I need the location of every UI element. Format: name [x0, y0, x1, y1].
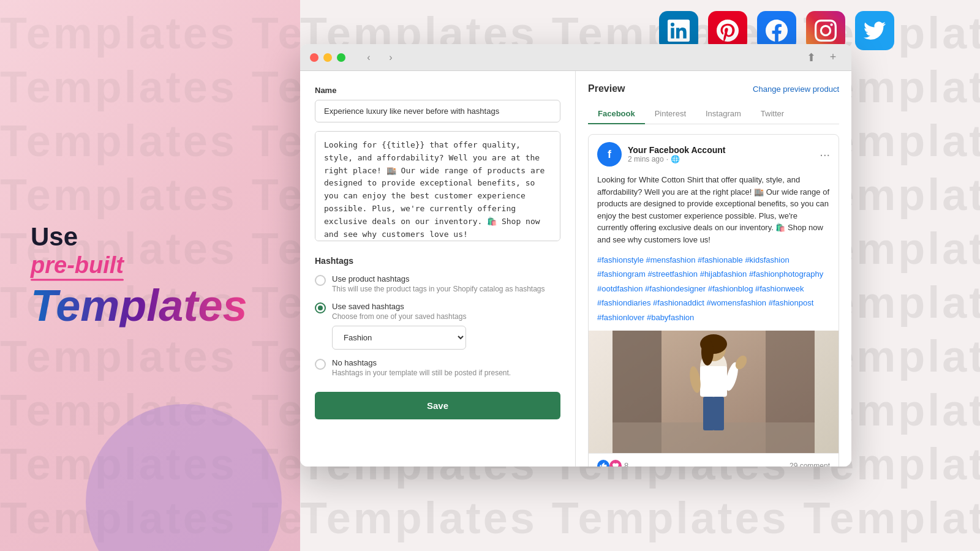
- heart-icon: [609, 460, 622, 467]
- template-textarea[interactable]: Looking for {{title}} that offer quality…: [315, 131, 560, 241]
- like-icon: [597, 460, 609, 467]
- globe-icon: 🌐: [671, 155, 680, 163]
- hashtags-section: Hashtags Use product hashtags This will …: [315, 256, 560, 377]
- forward-button[interactable]: ›: [382, 49, 399, 66]
- fb-comments-count: 29 comment: [790, 462, 830, 467]
- new-tab-button[interactable]: +: [824, 49, 842, 66]
- tab-twitter[interactable]: Twitter: [751, 104, 794, 124]
- tab-pinterest[interactable]: Pinterest: [645, 104, 696, 124]
- radio-option-saved: Use saved hashtags Choose from one of yo…: [315, 302, 560, 350]
- radio-option-none: No hashtags Hashtags in your template wi…: [315, 358, 560, 377]
- reactions-count: 8: [624, 461, 628, 467]
- close-button[interactable]: [310, 53, 318, 62]
- branding-section: Use pre-built Templates: [31, 224, 247, 328]
- svg-rect-8: [700, 366, 727, 397]
- fb-hashtags: #fashionstyle #mensfashion #fashionable …: [589, 253, 839, 331]
- radio-none-text: No hashtags Hashtags in your template wi…: [332, 358, 511, 377]
- browser-window: ‹ › ⬆ + Name Looking for {{title}} that …: [300, 44, 851, 467]
- use-label: Use: [31, 224, 247, 250]
- fb-post-header: f Your Facebook Account 2 mins ago · 🌐 ·…: [589, 135, 839, 174]
- radio-no-hashtags[interactable]: [315, 359, 326, 370]
- svg-rect-11: [703, 397, 714, 430]
- radio-saved-label: Use saved hashtags: [332, 302, 466, 311]
- fb-account-info: Your Facebook Account 2 mins ago · 🌐: [628, 145, 813, 163]
- share-button[interactable]: ⬆: [802, 49, 820, 66]
- radio-saved-description: Choose from one of your saved hashtags: [332, 312, 466, 321]
- form-panel: Name Looking for {{title}} that offer qu…: [300, 71, 576, 467]
- svg-rect-12: [713, 397, 724, 430]
- fb-post-text: Looking for White Cotton Shirt that offe…: [589, 174, 839, 253]
- save-button[interactable]: Save: [315, 392, 560, 419]
- radio-product-hashtags[interactable]: [315, 275, 326, 286]
- preview-panel: Preview Change preview product Facebook …: [576, 71, 851, 467]
- svg-point-7: [701, 339, 714, 365]
- fb-post-footer: 8 29 comment: [589, 453, 839, 467]
- hashtags-label: Hashtags: [315, 256, 560, 266]
- back-button[interactable]: ‹: [360, 49, 377, 66]
- facebook-post-preview: f Your Facebook Account 2 mins ago · 🌐 ·…: [588, 134, 839, 467]
- radio-product-label: Use product hashtags: [332, 274, 545, 283]
- radio-saved-hashtags[interactable]: [315, 302, 326, 313]
- tab-facebook[interactable]: Facebook: [588, 104, 645, 124]
- radio-option-product: Use product hashtags This will use the p…: [315, 274, 560, 293]
- twitter-icon[interactable]: [855, 11, 894, 50]
- fb-timestamp: 2 mins ago · 🌐: [628, 155, 813, 163]
- name-input[interactable]: [315, 100, 560, 122]
- fashion-image: [589, 331, 839, 453]
- prebuilt-label: pre-built: [31, 252, 124, 279]
- name-label: Name: [315, 86, 560, 95]
- browser-nav: ‹ ›: [360, 49, 399, 66]
- templates-label: Templates: [31, 283, 247, 328]
- hashtag-select[interactable]: Fashion Lifestyle Beauty Travel: [332, 326, 466, 350]
- reaction-icons: [597, 460, 622, 467]
- preview-title: Preview: [588, 83, 625, 94]
- preview-header: Preview Change preview product: [588, 83, 839, 94]
- preview-tabs: Facebook Pinterest Instagram Twitter: [588, 104, 839, 124]
- radio-saved-text: Use saved hashtags Choose from one of yo…: [332, 302, 466, 350]
- maximize-button[interactable]: [337, 53, 345, 62]
- browser-content: Name Looking for {{title}} that offer qu…: [300, 71, 851, 467]
- fb-more-options[interactable]: ···: [820, 148, 830, 162]
- minimize-button[interactable]: [323, 53, 332, 62]
- radio-none-description: Hashtags in your template will still be …: [332, 369, 511, 377]
- browser-titlebar: ‹ › ⬆ +: [300, 44, 851, 71]
- fb-reactions: 8: [597, 460, 628, 467]
- tab-instagram[interactable]: Instagram: [696, 104, 751, 124]
- change-preview-link[interactable]: Change preview product: [753, 84, 839, 94]
- radio-none-label: No hashtags: [332, 358, 511, 367]
- fb-avatar: f: [597, 142, 622, 167]
- fb-post-image: [589, 331, 839, 453]
- fb-account-name: Your Facebook Account: [628, 145, 813, 155]
- radio-product-description: This will use the product tags in your S…: [332, 285, 545, 293]
- radio-product-text: Use product hashtags This will use the p…: [332, 274, 545, 293]
- browser-actions: ⬆ +: [802, 49, 842, 66]
